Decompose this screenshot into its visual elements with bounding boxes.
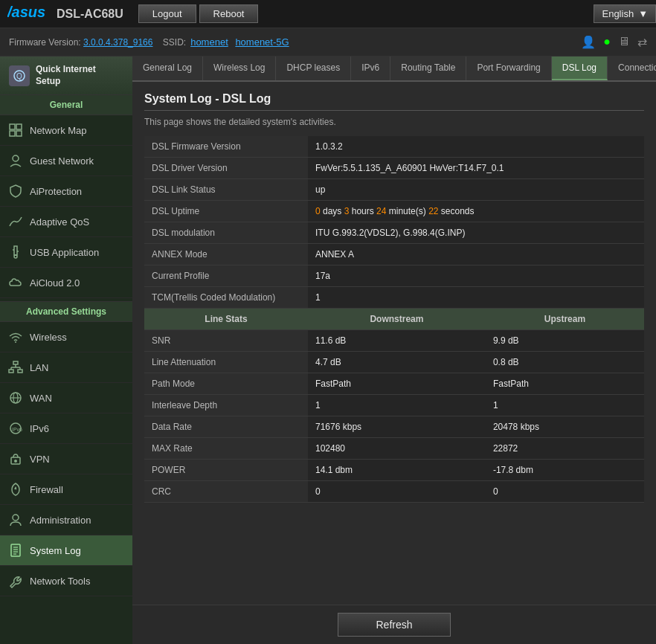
sidebar-item-guest-network[interactable]: Guest Network [0,146,132,176]
uptime-minutes: 24 [376,206,386,216]
asus-logo: /asus [7,4,52,24]
svg-point-9 [14,255,17,258]
general-section-label: General [0,95,132,115]
cloud-icon [7,274,24,291]
table-row: POWER 14.1 dbm -17.8 dbm [144,460,644,481]
guest-icon [7,152,24,169]
info-bar: Firmware Version: 3.0.0.4.378_9166 SSID:… [0,28,656,57]
field-label: DSL Firmware Version [144,136,308,158]
sidebar-item-network-map[interactable]: Network Map [0,115,132,146]
tab-port-forwarding[interactable]: Port Forwarding [466,57,551,80]
table-row: ANNEX Mode ANNEX A [144,244,644,265]
tab-general-log[interactable]: General Log [132,57,203,80]
field-value-up: 20478 kbps [486,416,644,438]
language-text: English [602,8,634,19]
tab-bar: General Log Wireless Log DHCP leases IPv… [132,57,656,82]
sidebar-item-vpn[interactable]: VPN [0,444,132,474]
sidebar-item-label: Firewall [30,484,63,495]
tab-dsl-log[interactable]: DSL Log [552,57,608,80]
sidebar-item-label: USB Application [30,247,99,258]
sidebar-item-label: Adaptive QoS [30,216,89,228]
sidebar-item-label: Administration [30,515,91,526]
svg-text:IPv6: IPv6 [12,427,22,432]
usb-icon [7,244,24,260]
sidebar-item-wan[interactable]: WAN [0,383,132,413]
quick-setup-icon: Q [9,65,30,86]
sidebar-item-network-tools[interactable]: Network Tools [0,566,132,596]
field-value-down: 102480 [308,438,486,460]
svg-rect-8 [14,246,17,255]
field-label: Path Mode [144,373,308,395]
language-selector[interactable]: English ▼ [594,4,656,23]
ssid-label: SSID: [163,37,186,48]
sidebar-item-aiprotection[interactable]: AiProtection [0,176,132,207]
sidebar: Q Quick InternetSetup General Network Ma… [0,57,132,644]
field-value: 1 [308,287,644,309]
field-label: MAX Rate [144,438,308,460]
sidebar-item-lan[interactable]: LAN [0,352,132,383]
sidebar-item-label: WAN [30,393,52,404]
table-row-uptime: DSL Uptime 0 days 3 hours 24 minute(s) 2… [144,201,644,222]
svg-point-27 [13,515,19,521]
sidebar-item-wireless[interactable]: Wireless [0,322,132,352]
ssid1-link[interactable]: homenet [190,36,228,48]
uptime-seconds: 22 [428,206,438,216]
firewall-icon [7,481,24,498]
quick-internet-setup[interactable]: Q Quick InternetSetup [0,57,132,95]
content-area: System Log - DSL Log This page shows the… [132,82,656,605]
svg-point-26 [14,460,17,463]
tab-ipv6[interactable]: IPv6 [351,57,390,80]
logout-button[interactable]: Logout [138,4,196,23]
ssid2-link[interactable]: homenet-5G [235,36,289,48]
field-label: Interleave Depth [144,395,308,416]
sidebar-item-firewall[interactable]: Firewall [0,474,132,505]
chevron-down-icon: ▼ [638,8,648,19]
sidebar-item-usb-application[interactable]: USB Application [0,237,132,268]
tab-dhcp-leases[interactable]: DHCP leases [276,57,351,80]
sidebar-item-administration[interactable]: Administration [0,505,132,535]
lan-icon [7,359,24,376]
svg-rect-4 [16,124,22,129]
field-value: ANNEX A [308,244,644,265]
firmware-version-link[interactable]: 3.0.0.4.378_9166 [83,37,152,48]
sidebar-item-system-log[interactable]: System Log [0,535,132,566]
line-stats-label: Line Stats [144,309,308,330]
sidebar-item-label: Guest Network [30,155,94,167]
firmware-label: Firmware Version: [9,37,81,48]
field-value-up: 0 [486,481,644,503]
field-value: up [308,179,644,201]
firmware-info: Firmware Version: 3.0.0.4.378_9166 SSID: [9,37,186,48]
sidebar-item-label: VPN [30,454,50,465]
svg-rect-3 [10,124,15,129]
field-label: Current Profile [144,265,308,287]
table-row: Path Mode FastPath FastPath [144,373,644,395]
tab-wireless-log[interactable]: Wireless Log [203,57,276,80]
svg-point-7 [13,155,19,161]
sidebar-item-adaptive-qos[interactable]: Adaptive QoS [0,207,132,237]
uptime-days: 0 [315,206,321,216]
table-row: CRC 0 0 [144,481,644,503]
sidebar-item-ipv6[interactable]: IPv6 IPv6 [0,413,132,444]
reboot-button[interactable]: Reboot [199,4,259,23]
page-title: System Log - DSL Log [144,92,644,111]
map-icon [7,122,24,138]
field-label: TCM(Trellis Coded Modulation) [144,287,308,309]
sidebar-item-label: IPv6 [30,423,49,434]
svg-text:Q: Q [16,72,22,80]
users-icon[interactable]: 👤 [581,35,596,49]
refresh-button[interactable]: Refresh [338,613,450,637]
field-value: 17a [308,265,644,287]
quick-setup-label: Quick InternetSetup [36,64,96,87]
field-value-down: FastPath [308,373,486,395]
wifi-icon [7,329,24,345]
qos-icon [7,213,24,230]
table-row: Current Profile 17a [144,265,644,287]
tab-routing-table[interactable]: Routing Table [390,57,466,80]
table-row: MAX Rate 102480 22872 [144,438,644,460]
sidebar-item-label: Network Tools [30,576,90,587]
table-row: Interleave Depth 1 1 [144,395,644,416]
tab-connections[interactable]: Connections [608,57,656,80]
sidebar-item-aicloud[interactable]: AiCloud 2.0 [0,268,132,298]
table-row: DSL modulation ITU G.993.2(VDSL2), G.998… [144,222,644,244]
shield-icon [7,183,24,199]
